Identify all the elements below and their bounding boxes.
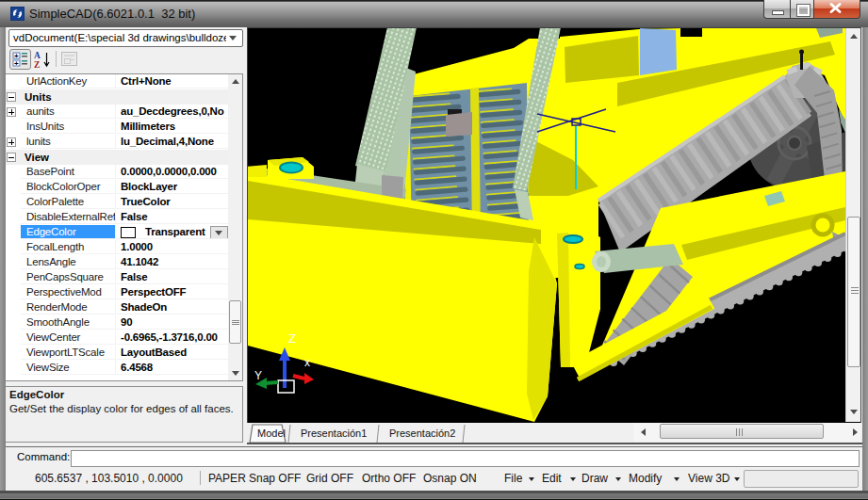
svg-text:Z: Z xyxy=(288,331,296,346)
svg-text:A: A xyxy=(34,51,41,60)
svg-text:+: + xyxy=(14,59,19,68)
svg-text:Presentación1: Presentación1 xyxy=(301,427,367,439)
svg-text:Presentación2: Presentación2 xyxy=(389,427,455,439)
svg-text:Z: Z xyxy=(34,60,40,70)
svg-text:Model: Model xyxy=(257,427,286,439)
svg-text:Y: Y xyxy=(254,369,262,382)
svg-text:x: x xyxy=(304,356,310,369)
